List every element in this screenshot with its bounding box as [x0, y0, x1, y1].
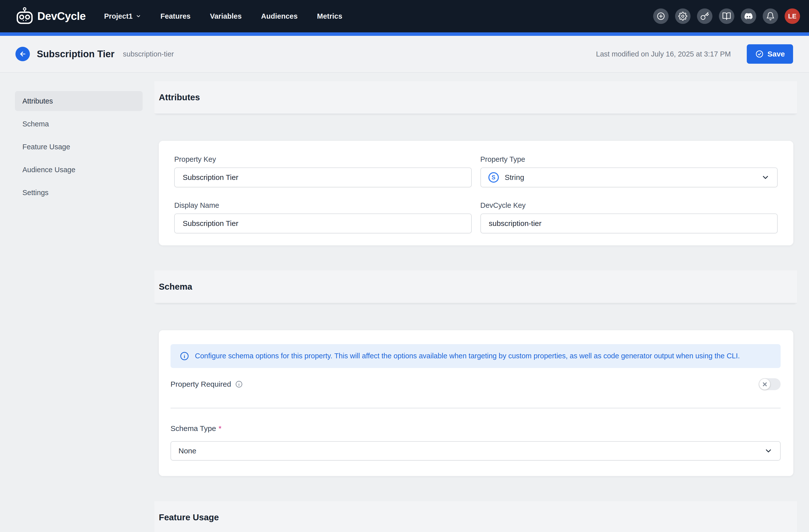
required-asterisk: * — [219, 424, 222, 433]
save-button[interactable]: Save — [747, 44, 793, 64]
add-icon — [656, 12, 665, 21]
string-type-icon: S — [488, 172, 499, 183]
property-key-field: Property Key — [174, 155, 472, 188]
property-key-input[interactable] — [174, 167, 472, 188]
save-button-label: Save — [768, 50, 785, 58]
feature-usage-heading: Feature Usage — [159, 512, 219, 522]
nav-item-variables[interactable]: Variables — [210, 12, 241, 20]
nav-items: Project1 Features Variables Audiences Me… — [104, 12, 342, 20]
toggle-knob — [759, 379, 770, 390]
section-heading-schema: Schema — [154, 270, 797, 303]
schema-banner-text: Configure schema options for this proper… — [195, 351, 740, 361]
brand-name: DevCycle — [37, 10, 86, 22]
book-icon — [722, 12, 731, 21]
chevron-down-icon — [761, 173, 770, 182]
display-name-field: Display Name — [174, 201, 472, 233]
page-key: subscription-tier — [123, 50, 174, 58]
sidebar: Attributes Schema Feature Usage Audience… — [15, 91, 143, 206]
devcycle-key-field: DevCycle Key — [480, 201, 778, 233]
devcycle-key-label: DevCycle Key — [480, 201, 778, 210]
main-panel: Attributes Property Key Property Type S … — [154, 73, 797, 532]
info-icon[interactable] — [235, 380, 243, 388]
property-type-field: Property Type S String — [480, 155, 778, 188]
schema-type-value: None — [178, 447, 764, 455]
property-required-row: Property Required — [171, 375, 781, 393]
display-name-label: Display Name — [174, 201, 472, 210]
info-icon — [179, 351, 189, 361]
page-header: Subscription Tier subscription-tier Last… — [0, 36, 809, 73]
sidebar-item-audience-usage[interactable]: Audience Usage — [15, 160, 143, 180]
gear-icon — [678, 12, 687, 21]
nav-right-actions: LE — [653, 8, 800, 24]
nav-item-metrics[interactable]: Metrics — [317, 12, 343, 20]
schema-card: Configure schema options for this proper… — [159, 330, 793, 476]
nav-item-audiences[interactable]: Audiences — [261, 12, 298, 20]
sidebar-item-settings[interactable]: Settings — [15, 183, 143, 202]
devcycle-key-input[interactable] — [480, 213, 778, 233]
discord-button[interactable] — [741, 8, 756, 24]
property-required-label: Property Required — [171, 380, 231, 388]
section-heading-feature-usage: Feature Usage — [154, 501, 797, 532]
accent-bar — [0, 32, 809, 36]
last-modified-text: Last modified on July 16, 2025 at 3:17 P… — [596, 50, 731, 58]
sidebar-item-schema[interactable]: Schema — [15, 114, 143, 134]
api-keys-button[interactable] — [697, 8, 712, 24]
display-name-input[interactable] — [174, 213, 472, 233]
chevron-down-icon — [764, 447, 773, 455]
arrow-left-icon — [19, 50, 27, 58]
add-button[interactable] — [653, 8, 669, 24]
docs-button[interactable] — [719, 8, 734, 24]
schema-type-label: Schema Type — [171, 424, 216, 433]
nav-project-selector[interactable]: Project1 — [104, 12, 141, 20]
property-required-toggle[interactable] — [759, 378, 781, 390]
x-icon — [763, 382, 767, 387]
user-avatar[interactable]: LE — [785, 8, 800, 24]
attributes-heading: Attributes — [159, 92, 200, 102]
schema-type-label-group: Schema Type * — [171, 424, 781, 433]
property-type-select[interactable]: S String — [480, 167, 778, 188]
check-circle-icon — [755, 50, 764, 58]
schema-type-select[interactable]: None — [171, 441, 781, 461]
nav-item-features[interactable]: Features — [160, 12, 191, 20]
attributes-card: Property Key Property Type S String Disp… — [159, 141, 793, 245]
devcycle-logo-icon — [15, 7, 34, 25]
sidebar-item-attributes[interactable]: Attributes — [15, 91, 143, 111]
property-key-label: Property Key — [174, 155, 472, 163]
property-required-label-group: Property Required — [171, 380, 243, 388]
property-type-value: String — [505, 173, 761, 182]
schema-info-banner: Configure schema options for this proper… — [171, 344, 781, 368]
chevron-down-icon — [136, 14, 141, 19]
page-title: Subscription Tier — [37, 49, 115, 59]
discord-icon — [744, 12, 753, 21]
section-heading-attributes: Attributes — [154, 81, 797, 114]
nav-project-label: Project1 — [104, 12, 133, 20]
schema-heading: Schema — [159, 282, 192, 291]
brand[interactable]: DevCycle — [15, 7, 86, 25]
settings-button[interactable] — [675, 8, 690, 24]
sidebar-item-feature-usage[interactable]: Feature Usage — [15, 137, 143, 157]
notifications-button[interactable] — [763, 8, 778, 24]
bell-icon — [766, 12, 775, 21]
top-navigation: DevCycle Project1 Features Variables Aud… — [0, 0, 809, 32]
content-area: Attributes Schema Feature Usage Audience… — [0, 73, 809, 532]
key-icon — [700, 12, 709, 21]
divider — [171, 408, 781, 408]
property-type-label: Property Type — [480, 155, 778, 163]
back-button[interactable] — [15, 47, 30, 61]
